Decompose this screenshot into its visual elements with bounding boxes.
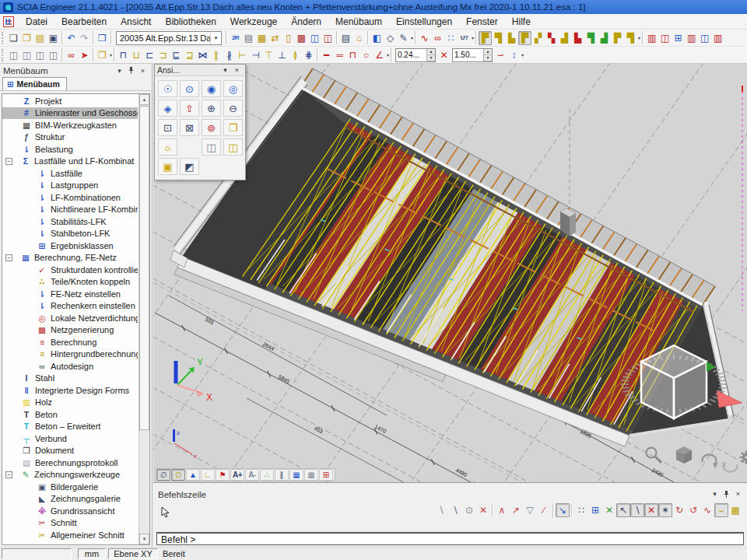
snap-arc-icon[interactable]: ∿ bbox=[700, 503, 714, 517]
menu-bibliotheken[interactable]: Bibliotheken bbox=[158, 15, 223, 29]
light-toggle-button[interactable]: ☼ bbox=[158, 138, 177, 156]
toolbar-grip[interactable] bbox=[2, 32, 5, 44]
snap-fillet-icon[interactable]: ⌣ bbox=[714, 503, 728, 517]
tree-item-struktur[interactable]: ƒStruktur bbox=[2, 131, 138, 144]
picture-gallery-button[interactable]: ◫ bbox=[223, 138, 243, 156]
menu--ndern[interactable]: Ändern bbox=[284, 15, 328, 29]
member-op-1[interactable]: ⊓ bbox=[117, 48, 130, 62]
window-layout-2-icon[interactable]: ◫ bbox=[321, 31, 335, 45]
view-flag-1[interactable]: ▛ bbox=[479, 31, 492, 45]
tree-item-zeichnungswerkzeuge[interactable]: −✎Zeichnungswerkzeuge bbox=[2, 469, 138, 481]
result-stress-icon[interactable]: ◫ bbox=[698, 31, 711, 45]
view-flag-11[interactable]: ▛ bbox=[611, 31, 624, 45]
label-add-button[interactable]: A+ bbox=[230, 469, 244, 481]
undo-button[interactable]: ↶ bbox=[65, 31, 78, 45]
draw-offset-icon[interactable]: ⊓ bbox=[346, 48, 359, 62]
print-button[interactable]: ▤ bbox=[339, 31, 352, 45]
what-is-icon[interactable]: U? bbox=[458, 31, 471, 45]
tree-scrollbar[interactable]: ▲ ▼ bbox=[139, 94, 149, 544]
tree-item-lf-kombinationen[interactable]: ⇂LF-Kombinationen bbox=[2, 191, 138, 204]
pin-button[interactable] bbox=[125, 65, 137, 76]
copy-picture-button[interactable]: ◫ bbox=[202, 138, 221, 156]
cursor-snap-icon[interactable]: ↘ bbox=[556, 503, 570, 517]
snap-face-icon[interactable]: ▽ bbox=[523, 503, 537, 517]
grid-point-icon[interactable]: ∷ bbox=[574, 503, 588, 517]
snap-intersection-icon[interactable]: ✕ bbox=[602, 503, 616, 517]
tree-item-lokale-netzverdichtung[interactable]: ◎Lokale Netzverdichtung bbox=[2, 312, 138, 324]
scale_1-spinner[interactable]: 0.24...▲▼ bbox=[395, 48, 436, 62]
tree-item-schnitt[interactable]: ✂Schnitt bbox=[2, 517, 138, 530]
tree-item-rechenkern-einstellen[interactable]: ⇂Rechenkern einstellen bbox=[2, 300, 138, 313]
clipping-box-button[interactable]: ▣ bbox=[158, 158, 177, 175]
save-button[interactable]: ▣ bbox=[47, 31, 60, 45]
member-op-7[interactable]: ⋈ bbox=[196, 48, 209, 62]
save-all-button[interactable]: ▤ bbox=[33, 31, 47, 45]
view-flag-12[interactable]: ▜ bbox=[624, 31, 637, 45]
find-entity-icon[interactable]: ∞ bbox=[431, 31, 444, 45]
3d-viewport[interactable]: 264458451470448055545324301835YXzx Ansi.… bbox=[153, 64, 747, 482]
fly-through-icon[interactable]: ➤ bbox=[78, 48, 91, 62]
pin-button[interactable] bbox=[721, 488, 732, 499]
view-flag-5[interactable]: ▞ bbox=[531, 31, 545, 45]
bitmap-raster-icon[interactable]: ▩ bbox=[295, 31, 308, 45]
tree-item-stahlbeton-lfk[interactable]: ⇂Stahlbeton-LFK bbox=[2, 228, 138, 240]
member-op-8[interactable]: ∥ bbox=[209, 48, 223, 62]
view-flag-3[interactable]: ▙ bbox=[505, 31, 518, 45]
menu-einstellungen[interactable]: Einstellungen bbox=[389, 15, 459, 29]
tab-menubaum[interactable]: ⊞ Menübaum bbox=[2, 77, 67, 90]
surface-tool-button[interactable]: ▲ bbox=[186, 469, 200, 481]
tree-item-lastfälle[interactable]: ⇂Lastfälle bbox=[2, 167, 138, 180]
menu-hilfe[interactable]: Hilfe bbox=[505, 15, 538, 29]
toolbar-grip[interactable] bbox=[2, 49, 5, 61]
tree-item-berechnung[interactable]: ≡Berechnung bbox=[2, 336, 138, 348]
annotate-icon[interactable]: ✎ bbox=[397, 31, 410, 45]
dropdown-caret-icon[interactable]: ▾ bbox=[110, 52, 112, 58]
close-button[interactable]: × bbox=[231, 65, 243, 75]
tree-item-teile-knoten-koppeln[interactable]: ∴Teile/Knoten koppeln bbox=[2, 276, 138, 289]
copy-add-data-icon[interactable]: ◫ bbox=[33, 48, 47, 62]
view-flag-4[interactable]: ▛ bbox=[518, 31, 531, 45]
table-tool-2-button[interactable]: ▦ bbox=[304, 469, 318, 481]
grid-line-icon[interactable]: ⊞ bbox=[588, 503, 602, 517]
snap-line-2-icon[interactable]: ∖ bbox=[448, 503, 462, 517]
polyline-select-icon[interactable]: ∿ bbox=[418, 31, 431, 45]
view-top-button[interactable]: ☉ bbox=[158, 80, 177, 97]
fe-mesh-view-button[interactable]: ⊞ bbox=[319, 469, 333, 481]
snap-edge-icon[interactable]: ∕ bbox=[537, 503, 551, 517]
dropdown-caret-icon[interactable]: ▾ bbox=[472, 35, 474, 40]
view-flag-9[interactable]: ▜ bbox=[584, 31, 598, 45]
tree-item-stabilitäts-lfk[interactable]: ⇂Stabilitäts-LFK bbox=[2, 215, 138, 228]
clipboard-picture-icon[interactable]: ▯ bbox=[282, 31, 295, 45]
snap-mode-4-icon[interactable]: ✶ bbox=[658, 503, 672, 517]
draw-line-icon[interactable]: ━ bbox=[320, 48, 333, 62]
tree-item-zeichnungsgalerie[interactable]: ◣Zeichnungsgalerie bbox=[2, 493, 138, 506]
snap-line-1-icon[interactable]: ∖ bbox=[434, 503, 448, 517]
tree-item-beton-erweitert[interactable]: TBeton – Erweitert bbox=[2, 421, 138, 433]
snap-vertex-icon[interactable]: ∧ bbox=[495, 503, 509, 517]
activity-folder-icon[interactable]: ❐ bbox=[96, 48, 109, 62]
tree-item-bim-werkzeugkasten[interactable]: ▦BIM-Werkzeugkasten bbox=[2, 119, 138, 131]
tree-item-ergebnisklassen[interactable]: ⊞Ergebnisklassen bbox=[2, 240, 138, 252]
snap-mode-2-icon[interactable]: ∖ bbox=[630, 503, 644, 517]
tree-item-bildergalerie[interactable]: ▣Bildergalerie bbox=[2, 481, 138, 493]
menu-datei[interactable]: Datei bbox=[19, 15, 54, 29]
zoom-all-button[interactable]: ⊠ bbox=[180, 119, 199, 136]
member-op-9[interactable]: ∦ bbox=[223, 48, 236, 62]
collapse-button[interactable]: ▾ bbox=[709, 488, 721, 499]
tree-item-dokument[interactable]: ❐Dokument bbox=[2, 445, 138, 457]
member-op-5[interactable]: ⊑ bbox=[170, 48, 183, 62]
result-normal-icon[interactable]: ▥ bbox=[645, 31, 658, 45]
member-op-11[interactable]: ⊣ bbox=[249, 48, 262, 62]
label-remove-button[interactable]: A- bbox=[245, 469, 259, 481]
draw-parallel-icon[interactable]: ═ bbox=[333, 48, 346, 62]
view-side-button[interactable]: ◉ bbox=[202, 80, 221, 97]
tree-expander-icon[interactable]: − bbox=[5, 158, 12, 165]
draw-circle-icon[interactable]: ○ bbox=[359, 48, 373, 62]
table-tool-1-button[interactable]: ▦ bbox=[289, 469, 303, 481]
dropdown-caret-icon[interactable]: ▾ bbox=[387, 52, 389, 58]
member-op-10[interactable]: ⊢ bbox=[236, 48, 249, 62]
render-mode-button[interactable]: ◩ bbox=[180, 158, 199, 175]
merge-nodes-icon[interactable]: ✕ bbox=[437, 48, 451, 62]
image-gallery-icon[interactable]: ▦ bbox=[255, 31, 268, 45]
view-front-button[interactable]: ⊙ bbox=[180, 80, 199, 97]
